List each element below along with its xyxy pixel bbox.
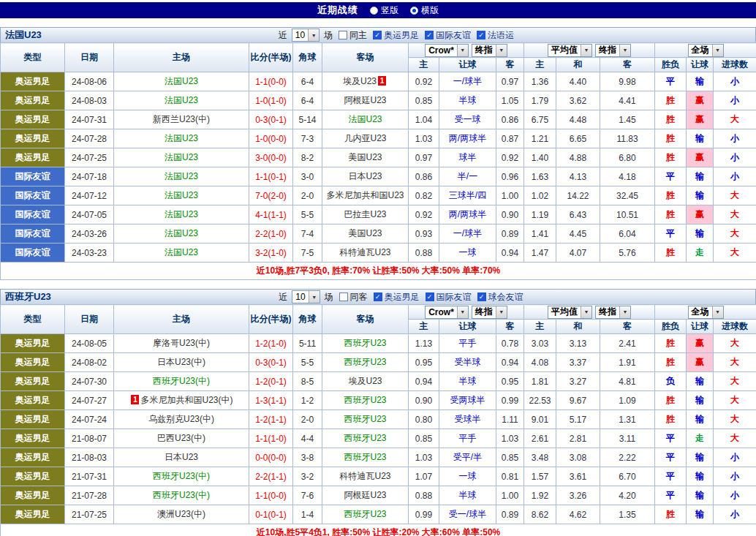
team-name-text: 乌兹别克U23(中) <box>148 414 214 424</box>
competition-checkbox[interactable]: ✓法语运 <box>477 29 514 42</box>
result-cell: 胜 <box>655 244 687 263</box>
date-cell: 24-07-30 <box>65 372 114 391</box>
score-cell: 3-0(0-0) <box>249 148 293 167</box>
team-name-text: 科特迪瓦U23 <box>339 247 390 257</box>
column-header: 客 <box>600 320 655 334</box>
bookmaker-select[interactable]: Crow*▼ <box>425 306 469 319</box>
chevron-down-icon: ▼ <box>457 306 468 318</box>
date-cell: 24-07-28 <box>65 129 114 148</box>
column-header: 主场 <box>114 305 249 334</box>
column-header: 客 <box>600 58 655 72</box>
odds-cell: 2.81 <box>556 429 600 448</box>
match-type-cell: 奥运男足 <box>1 505 65 524</box>
scope-select[interactable]: 全场▼ <box>688 44 724 57</box>
away-team-cell: 美国U23 <box>322 224 409 244</box>
final-odds-select[interactable]: 终指▼ <box>595 44 631 57</box>
odds-cell: 9.98 <box>600 72 655 91</box>
checkbox-checked-icon[interactable]: ✓ <box>477 31 485 39</box>
odds-cell: 4.88 <box>556 148 600 167</box>
odds-cell: 0.92 <box>409 205 439 224</box>
odds-cell: 1.79 <box>524 91 556 110</box>
odds-cell: 1.03 <box>496 429 524 448</box>
match-row: 奥运男足21-08-07巴西U23(中)1-1(1-0)4-4西班牙U230.8… <box>1 429 756 448</box>
odds-cell: 2.41 <box>600 334 655 353</box>
date-cell: 21-07-31 <box>65 467 114 486</box>
match-count-select[interactable]: 10▼ <box>292 290 320 303</box>
final-odds-select[interactable]: 终指▼ <box>472 44 507 57</box>
checkbox-checked-icon[interactable]: ✓ <box>374 292 382 301</box>
competition-checkbox-label: 国际友谊 <box>436 291 472 303</box>
layout-horizontal-radio[interactable]: 横版 <box>410 4 439 17</box>
competition-checkbox[interactable]: ✓国际友谊 <box>425 29 471 42</box>
team-name-text: 法国U23 <box>165 209 198 219</box>
home-team-cell: 西班牙U23(中) <box>114 372 249 391</box>
odds-cell: 3.48 <box>524 448 556 467</box>
odds-group-header: Crow*▼终指▼ <box>409 305 524 320</box>
recent-label: 近 <box>279 29 287 42</box>
checkbox-checked-icon[interactable]: ✓ <box>477 292 486 301</box>
result-cell: 小 <box>714 91 756 110</box>
away-team-cell: 几内亚U23 <box>322 129 409 148</box>
match-type-cell: 奥运男足 <box>1 148 65 167</box>
home-team-cell: 澳洲U23(中) <box>114 505 249 524</box>
average-select[interactable]: 平均值▼ <box>548 44 592 57</box>
checkbox-checked-icon[interactable]: ✓ <box>373 31 382 39</box>
match-row: 国际友谊24-03-23法国U233-2(1-0)7-5科特迪瓦U230.88一… <box>1 244 756 263</box>
competition-checkbox[interactable]: ✓奥运男足 <box>373 29 419 42</box>
average-select[interactable]: 平均值▼ <box>548 306 592 319</box>
home-team-cell: 法国U23 <box>114 72 249 91</box>
odds-cell: 2.22 <box>600 448 655 467</box>
chevron-down-icon: ▼ <box>712 306 723 318</box>
team-name-text: 巴西U23(中) <box>157 433 205 443</box>
match-type-cell: 奥运男足 <box>1 129 65 148</box>
column-header: 进球数 <box>714 320 756 334</box>
final-odds-select[interactable]: 终指▼ <box>595 306 631 319</box>
checkbox-checked-icon[interactable]: ✓ <box>425 31 434 39</box>
match-type-cell: 奥运男足 <box>1 353 65 372</box>
team-title: 法国U23 <box>5 29 42 42</box>
final-odds-select-value: 终指 <box>596 306 619 318</box>
match-type-cell: 国际友谊 <box>1 244 65 263</box>
odds-cell: 1.92 <box>524 486 556 505</box>
checkbox-unchecked-icon[interactable] <box>339 31 347 39</box>
result-cell: 平 <box>655 467 687 486</box>
corners-cell: 5-11 <box>293 334 322 353</box>
competition-checkbox[interactable]: ✓球会友谊 <box>477 291 523 303</box>
same-side-checkbox[interactable]: 同主 <box>339 29 367 42</box>
competition-checkbox[interactable]: ✓奥运男足 <box>374 291 420 303</box>
filter-bar: 近10▼场同主✓奥运男足✓国际友谊✓法语运 <box>42 29 751 42</box>
same-side-checkbox[interactable]: 同客 <box>339 291 368 303</box>
result-cell: 小 <box>714 129 756 148</box>
odds-group-header: 平均值▼终指▼ <box>524 43 655 58</box>
odds-cell: 1.40 <box>524 148 556 167</box>
match-count-select[interactable]: 10▼ <box>292 29 320 42</box>
match-count-select-value: 10 <box>292 30 308 40</box>
red-card-badge: 1 <box>378 76 386 86</box>
odds-cell: 0.90 <box>496 205 524 224</box>
radio-selected-icon[interactable] <box>410 7 418 15</box>
final-odds-select[interactable]: 终指▼ <box>472 306 507 319</box>
competition-checkbox-label: 球会友谊 <box>488 291 523 303</box>
match-type-cell: 奥运男足 <box>1 91 65 110</box>
scope-select[interactable]: 全场▼ <box>688 306 724 319</box>
competition-checkbox-label: 法语运 <box>488 29 514 42</box>
result-cell: 胜 <box>655 391 687 410</box>
layout-vertical-radio[interactable]: 竖版 <box>370 4 398 17</box>
result-cell: 输 <box>687 224 714 244</box>
column-header: 让球 <box>687 58 714 72</box>
checkbox-unchecked-icon[interactable] <box>339 292 348 301</box>
table-footer: 近10场,胜7平3负0, 胜率:70% 让胜率:50% 大率:50% 单率:70… <box>1 263 756 280</box>
bookmaker-select[interactable]: Crow*▼ <box>425 44 469 57</box>
score-cell: 1-2(1-0) <box>249 334 293 353</box>
odds-cell: 1.02 <box>524 186 556 205</box>
away-team-cell: 科特迪瓦U23 <box>322 244 409 263</box>
checkbox-checked-icon[interactable]: ✓ <box>426 292 434 301</box>
home-team-cell: 日本U23(中) <box>114 353 249 372</box>
team-name-text: 美国U23 <box>348 152 382 162</box>
matches-unit-label: 场 <box>325 291 333 303</box>
radio-unselected-icon[interactable] <box>370 7 378 15</box>
competition-checkbox[interactable]: ✓国际友谊 <box>426 291 472 303</box>
odds-cell: 4.45 <box>556 224 600 244</box>
match-type-cell: 奥运男足 <box>1 429 65 448</box>
matches-table: 类型日期主场比分(半场)角球客场Crow*▼终指▼平均值▼终指▼全场▼主让球客主… <box>0 304 756 536</box>
